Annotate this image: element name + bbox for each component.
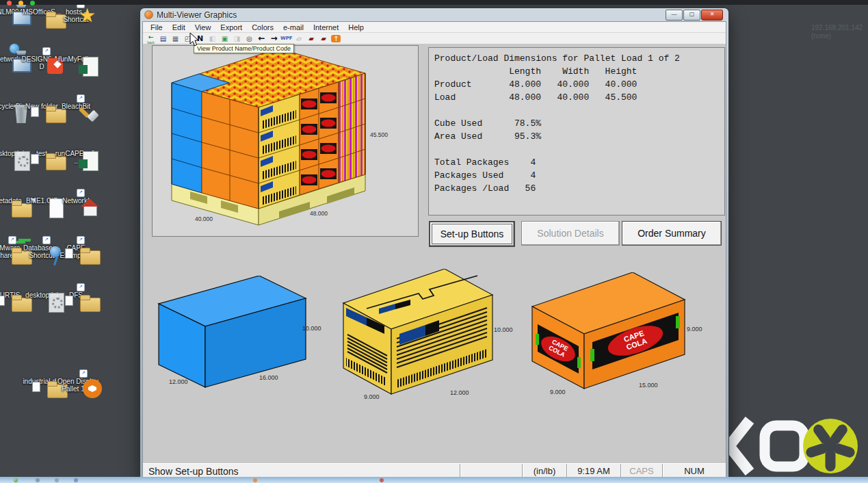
dim-label: 12.000 — [169, 378, 188, 385]
order-summary-button[interactable]: Order Summary — [622, 221, 722, 246]
desktop-icon[interactable]: ↗ DESIGN6.A3D — [25, 55, 59, 103]
desktop-icon[interactable]: ↗ BME1.CIF — [25, 197, 59, 244]
setup-buttons-button[interactable]: Set-up Buttons — [429, 221, 515, 247]
report-packages-per-load: Packages /Load56 — [434, 182, 724, 195]
zoom-icon[interactable]: ◎ — [244, 34, 255, 44]
icon-overlay — [79, 65, 88, 74]
toolbar-icon-glyph: ↑ — [331, 35, 341, 42]
mac-close-dot[interactable] — [7, 1, 12, 5]
blue-stack — [172, 83, 202, 193]
pallet-3d-view: 40.000 48.000 45.500 — [153, 46, 417, 235]
desktop-icon[interactable]: ↗ industrial-d... — [25, 378, 61, 425]
start-orb-icon[interactable] — [14, 478, 18, 482]
logo-o-ring — [765, 426, 804, 467]
product-blue-box: 12.000 16.000 10.000 — [152, 276, 319, 395]
col-header-width: Width — [541, 65, 589, 78]
report-cube-used: Cube Used78.5% — [434, 117, 724, 130]
mac-zoom-dot[interactable] — [30, 1, 35, 5]
next-arrow-icon[interactable]: → — [268, 34, 280, 44]
icon-overlay — [65, 296, 73, 306]
desktop-icon[interactable]: ↗ DFS — [59, 291, 93, 339]
toolbar-icon-glyph: ◎ — [245, 35, 254, 42]
status-time: 9:19 AM — [566, 464, 620, 478]
desktop-icon[interactable]: ↗ test — [25, 150, 59, 197]
shortcut-arrow-icon: ↗ — [77, 94, 85, 103]
desktop-icon[interactable]: ↗ runMyFull... — [59, 55, 93, 103]
menu-item[interactable]: Export — [215, 23, 247, 31]
report-packages-used: Packages Used4 — [434, 169, 724, 182]
shortcut-arrow-icon: ↗ — [42, 236, 51, 244]
toolbar-icon-glyph: ▣ — [220, 35, 230, 42]
dim-label: 9.000 — [364, 393, 380, 400]
print-labels-icon[interactable]: ▱ — [293, 34, 305, 44]
desktop-icon[interactable]: ↗ Open Display Pallet 18.1 — [61, 378, 96, 425]
desktop-icon[interactable]: ↗ Network! — [59, 197, 93, 244]
taskbar-app-icon[interactable] — [74, 478, 78, 482]
icon-overlay — [31, 107, 39, 117]
prev-arrow-icon[interactable]: ← — [256, 34, 267, 44]
taskbar-app-icon[interactable] — [253, 478, 257, 482]
video-export-icon[interactable]: ▰ — [306, 34, 317, 44]
window-titlebar[interactable]: Multi-Viewer Graphics — ▢ ✕ — [140, 8, 728, 21]
toolbar-tooltip: View Product Name/Product Code — [194, 44, 294, 53]
menu-item[interactable]: Internet — [308, 23, 343, 31]
shortcut-arrow-icon: ↗ — [77, 189, 85, 197]
desktop-icon[interactable]: ↗ Databases - Shortcut — [25, 244, 59, 291]
layout-icon[interactable]: ◨ — [231, 34, 243, 44]
col-header-length: Length — [499, 65, 541, 78]
window-title: Multi-Viewer Graphics — [157, 10, 237, 20]
toolbar-icon-glyph: ← — [257, 35, 267, 42]
shortcut-arrow-icon: ↗ — [77, 236, 85, 244]
menu-item[interactable]: View — [190, 23, 216, 31]
minimize-button[interactable]: — — [666, 10, 683, 21]
print-icon[interactable]: ▦ — [170, 34, 181, 44]
solution-details-button[interactable]: Solution Details — [521, 221, 620, 246]
col-header-height: Height — [589, 65, 637, 78]
status-message: Show Set-up Buttons — [143, 464, 460, 478]
dim-label: 10.000 — [494, 326, 513, 333]
taskbar-app-icon[interactable] — [380, 478, 384, 482]
maximize-button[interactable]: ▢ — [683, 10, 700, 21]
close-button[interactable]: ✕ — [701, 10, 723, 21]
save-icon[interactable]: ▤ — [157, 34, 169, 44]
desktop-icon[interactable]: ↗ MSOfficeS... — [25, 8, 59, 55]
app-window: Multi-Viewer Graphics — ▢ ✕ FileEditView… — [140, 8, 728, 481]
icon-overlay — [79, 159, 88, 168]
mac-titlebar-strip — [0, 0, 868, 5]
shortcut-arrow-icon: ↗ — [77, 283, 85, 291]
icon-overlay — [31, 154, 39, 164]
desktop-icon[interactable]: ↗ BleachBit — [59, 103, 93, 150]
desktop-icon[interactable]: ↗ CAPE Example... — [59, 244, 93, 291]
status-empty-segment — [460, 464, 522, 478]
image-icon[interactable]: ▣ — [219, 34, 231, 44]
menu-bar: FileEditViewExportColorse-mailInternetHe… — [143, 22, 726, 33]
upload-icon[interactable]: ↑ — [330, 34, 342, 44]
toolbar-icon-glyph: ◨ — [233, 35, 242, 42]
desktop-icon[interactable]: ↗ hosts - Shortcut — [59, 8, 93, 55]
copy-icon[interactable]: ◧ — [207, 34, 218, 44]
taskbar-app-icon[interactable] — [55, 478, 59, 482]
menu-item[interactable]: File — [146, 23, 168, 31]
back-icon[interactable]: ← back — [145, 34, 157, 44]
shortcut-arrow-icon: ↗ — [8, 236, 16, 244]
toolbar-icon-glyph: ▰ — [306, 35, 316, 42]
report-total-packages: Total Packages4 — [434, 156, 724, 169]
mac-minimize-dot[interactable] — [18, 1, 23, 5]
wpf-icon[interactable]: WPF — [280, 34, 293, 44]
desktop-icon[interactable]: ↗ New folder — [25, 103, 59, 150]
desktop-icon[interactable]: ↗ desktop.ini — [25, 291, 59, 339]
taskbar-app-icon[interactable] — [36, 478, 40, 482]
toolbar-icon-glyph: → — [269, 35, 279, 42]
video-export-icon-2[interactable]: ▰ — [318, 34, 330, 44]
menu-item[interactable]: Edit — [168, 23, 190, 31]
menu-item[interactable]: Help — [343, 23, 369, 31]
status-num-indicator: NUM — [662, 464, 726, 478]
toolbar-icon-glyph: ▤ — [159, 35, 168, 42]
desktop-icon[interactable]: ↗ runCAPE_x6... — [59, 150, 93, 197]
windows-taskbar[interactable] — [0, 477, 868, 483]
menu-item[interactable]: e-mail — [278, 23, 308, 31]
report-area-used: Area Used95.3% — [434, 130, 724, 143]
window-body: FileEditViewExportColorse-mailInternetHe… — [142, 21, 726, 479]
menu-item[interactable]: Colors — [247, 23, 278, 31]
shortcut-arrow-icon: ↗ — [79, 369, 88, 378]
